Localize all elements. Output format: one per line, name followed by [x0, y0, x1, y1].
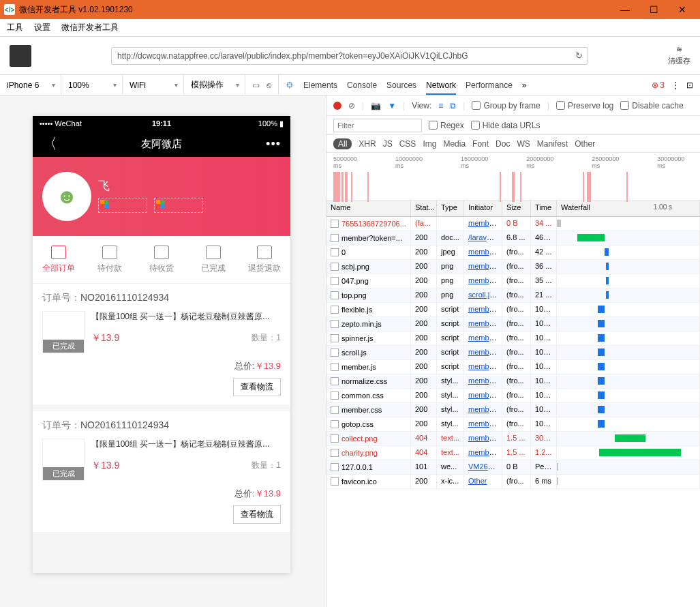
timeline-overview[interactable]: 5000000 ms10000000 ms15000000 ms20000000…	[326, 153, 700, 201]
logistics-button[interactable]: 查看物流	[233, 378, 281, 396]
product-qty: 数量：1	[252, 460, 281, 471]
group-by-frame-checkbox[interactable]: Group by frame	[472, 101, 540, 110]
network-row[interactable]: member.js200scriptmember...(fro...109...	[326, 360, 700, 374]
type-filter-xhr[interactable]: XHR	[359, 139, 376, 149]
app-icon: </>	[4, 4, 15, 15]
window-titlebar: </> 微信开发者工具 v1.02.1901230 — ☐ ✕	[0, 0, 700, 19]
minimize-button[interactable]: —	[611, 1, 639, 18]
network-row[interactable]: spinner.js200scriptmember...(fro...109..…	[326, 331, 700, 346]
tab-sources[interactable]: Sources	[386, 80, 416, 90]
user-avatar[interactable]	[10, 45, 31, 67]
product-image[interactable]: 已完成	[42, 439, 85, 481]
network-row[interactable]: zepto.min.js200scriptmember...(fro...109…	[326, 317, 700, 331]
network-row[interactable]: common.css200styl...member...(fro...109.…	[326, 389, 700, 403]
zoom-select[interactable]: 100%	[61, 75, 123, 95]
type-filter-media[interactable]: Media	[443, 139, 466, 149]
network-row[interactable]: 76551368729706...(fail...member...0 B34 …	[326, 217, 700, 231]
menu-tools[interactable]: 工具	[7, 22, 23, 33]
network-row[interactable]: charity.png404text...member...1.5 ...1.2…	[326, 446, 700, 460]
network-table-body[interactable]: 76551368729706...(fail...member...0 B34 …	[326, 217, 700, 607]
network-row[interactable]: gotop.css200styl...member...(fro...109..…	[326, 417, 700, 432]
camera-icon[interactable]: 📷	[371, 101, 381, 110]
network-row[interactable]: 127.0.0.1101we...VM2633:10 BPen...	[326, 460, 700, 475]
reload-icon[interactable]: ↻	[575, 50, 583, 61]
type-filter-js[interactable]: JS	[383, 139, 393, 149]
rotate-icon[interactable]: ▭	[252, 80, 260, 90]
url-input[interactable]	[111, 47, 588, 65]
view-overview-icon[interactable]: ⧉	[450, 101, 456, 110]
disable-cache-checkbox[interactable]: Disable cache	[620, 101, 683, 110]
network-row[interactable]: normalize.css200styl...member...(fro...1…	[326, 374, 700, 389]
product-image[interactable]: 已完成	[42, 311, 85, 353]
network-row[interactable]: collect.png404text...member...1.5 ...306…	[326, 432, 700, 446]
order-tab[interactable]: 退货退款	[239, 236, 290, 283]
type-filter-img[interactable]: Img	[423, 139, 436, 149]
page-title: 友阿微店	[141, 138, 182, 151]
menu-settings[interactable]: 设置	[34, 22, 50, 33]
network-row[interactable]: 047.png200pngmember...(fro...35 ...	[326, 274, 700, 288]
window-title: 微信开发者工具 v1.02.1901230	[19, 4, 133, 16]
type-filter-font[interactable]: Font	[472, 139, 489, 149]
regex-checkbox[interactable]: Regex	[429, 121, 464, 130]
view-label: View:	[412, 101, 431, 110]
order-tab[interactable]: 已完成	[187, 236, 239, 283]
product-price: ￥13.9	[91, 332, 119, 344]
clear-icon[interactable]: ⊘	[348, 101, 355, 110]
maximize-button[interactable]: ☐	[640, 1, 667, 18]
record-button[interactable]	[333, 102, 341, 110]
network-row[interactable]: top.png200pngscroll.js:32(fro...21 ...	[326, 288, 700, 303]
type-filter-css[interactable]: CSS	[399, 139, 416, 149]
tab-performance[interactable]: Performance	[466, 80, 513, 90]
product-price: ￥13.9	[91, 460, 119, 472]
user-header: ☻ 飞	[33, 157, 290, 236]
order-list[interactable]: 订单号：NO20161110124934已完成【限量100组 买一送一】杨记老豆…	[33, 284, 290, 573]
more-icon[interactable]: •••	[266, 137, 281, 151]
type-filter-all[interactable]: All	[333, 138, 352, 149]
simulator-pane: ••••• WeChat 19:11 100% ▮ 〈 友阿微店 ••• ☻ 飞…	[0, 95, 326, 607]
devtools-menu-icon[interactable]: ⋮	[671, 80, 680, 90]
preserve-log-checkbox[interactable]: Preserve log	[556, 101, 613, 110]
network-row[interactable]: member.css200styl...member...(fro...109.…	[326, 403, 700, 417]
back-icon[interactable]: 〈	[42, 134, 57, 154]
network-toolbar: ⊘ | 📷 ▼ | View: ≡ ⧉ | Group by frame | P…	[326, 95, 700, 116]
order-tab[interactable]: 全部订单	[33, 236, 85, 283]
network-row[interactable]: 0200jpegmember...(fro...42 ...	[326, 246, 700, 260]
clear-cache-button[interactable]: ≋ 清缓存	[668, 45, 690, 66]
tab-network[interactable]: Network	[426, 80, 456, 95]
member-avatar[interactable]: ☻	[42, 172, 91, 221]
broken-image-icon	[98, 198, 147, 213]
order-tab[interactable]: 待收货	[136, 236, 187, 283]
type-filter-ws[interactable]: WS	[517, 139, 530, 149]
filter-icon[interactable]: ▼	[388, 101, 396, 110]
type-filter-doc[interactable]: Doc	[496, 139, 510, 149]
network-row[interactable]: member?token=...200doc.../laravel/...6.8…	[326, 231, 700, 246]
device-model-select[interactable]: iPhone 6	[0, 75, 61, 95]
network-row[interactable]: favicon.ico200x-ic...Other(fro...6 ms	[326, 475, 700, 489]
logistics-button[interactable]: 查看物流	[233, 505, 281, 524]
view-large-icon[interactable]: ≡	[438, 101, 443, 110]
network-filter-bar: Regex Hide data URLs	[326, 116, 700, 135]
order-tab[interactable]: 待付款	[85, 236, 136, 283]
col-waterfall[interactable]: Waterfall1.00 s	[557, 201, 700, 216]
type-filter-manifest[interactable]: Manifest	[537, 139, 568, 149]
tab-elements[interactable]: Elements	[303, 80, 337, 90]
network-panel: ⊘ | 📷 ▼ | View: ≡ ⧉ | Group by frame | P…	[326, 95, 700, 607]
dock-icon[interactable]: ⊡	[686, 80, 693, 90]
filter-input[interactable]	[333, 119, 422, 132]
error-count[interactable]: ⊗3	[652, 80, 665, 90]
network-row[interactable]: scroll.js200scriptmember...(fro...109...	[326, 346, 700, 360]
network-row[interactable]: scbj.png200pngmember...(fro...36 ...	[326, 260, 700, 274]
network-row[interactable]: flexible.js200scriptmember...(fro...109.…	[326, 303, 700, 317]
tabs-overflow-icon[interactable]: »	[522, 80, 527, 90]
cut-icon[interactable]: ⎋	[267, 80, 271, 90]
close-button[interactable]: ✕	[669, 1, 696, 18]
device-bar: iPhone 6 100% WiFi 模拟操作 ▭ ⎋ ⯐ Elements C…	[0, 75, 700, 95]
hide-data-urls-checkbox[interactable]: Hide data URLs	[471, 121, 541, 130]
menu-wechat-devtools[interactable]: 微信开发者工具	[61, 22, 119, 33]
network-select[interactable]: WiFi	[123, 75, 184, 95]
product-title: 【限量100组 买一送一】杨记老豆秘制豆辣酱原...	[91, 439, 281, 450]
mock-select[interactable]: 模拟操作	[184, 75, 245, 95]
tab-console[interactable]: Console	[347, 80, 377, 90]
inspect-icon[interactable]: ⯐	[286, 80, 294, 90]
type-filter-other[interactable]: Other	[575, 139, 595, 149]
